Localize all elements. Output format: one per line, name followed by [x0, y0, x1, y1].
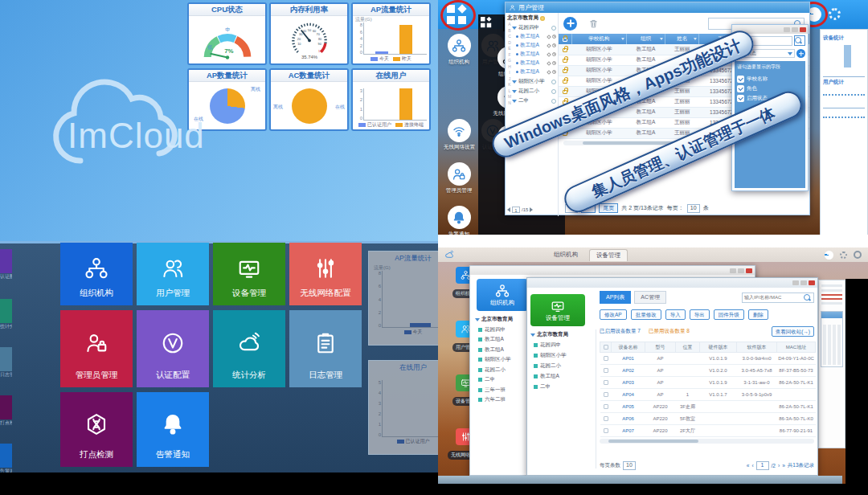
expand-icon[interactable] [551, 89, 556, 94]
table-row[interactable]: AP07AP2202F大厅86-77-90-21-91 [600, 425, 816, 437]
window-titlebar[interactable] [470, 266, 755, 275]
per-page-input[interactable]: 10 [623, 461, 636, 470]
page-input[interactable]: 1 [756, 461, 769, 470]
filter-icon[interactable] [694, 38, 697, 40]
close-button[interactable] [809, 280, 815, 285]
edit-icon[interactable] [547, 43, 551, 48]
tree-item[interactable]: 花园四中 [530, 342, 594, 349]
table-row[interactable]: AP04AP1V1.0.1.73-0-5-9-1p0x9 [600, 389, 816, 401]
minimize-button[interactable] [730, 268, 736, 273]
column-header[interactable]: MAC地址 [777, 342, 816, 353]
per-page-input[interactable]: 10 [687, 204, 700, 213]
tree-item[interactable]: 教工组A [512, 68, 556, 76]
tree-item[interactable]: 三年一班 [475, 387, 528, 394]
minimize-button[interactable] [784, 27, 790, 32]
tab-AC管理[interactable]: AC管理 [634, 291, 666, 304]
trash-icon[interactable] [588, 18, 599, 29]
add-filter-button[interactable] [796, 49, 805, 58]
tree-item[interactable]: 六年二班 [475, 396, 528, 403]
button-批量修改[interactable]: 批量修改 [631, 309, 661, 320]
org-root[interactable]: 北京市教育局 [507, 14, 556, 22]
tree-item[interactable]: 教工组A [512, 51, 556, 58]
disable-icon[interactable] [552, 43, 556, 47]
tile-用户管理[interactable]: 用户管理 [137, 243, 209, 305]
checkbox-cell[interactable] [600, 389, 612, 401]
maximize-button[interactable] [738, 268, 744, 273]
column-header[interactable]: 学校机构 [571, 34, 626, 44]
button-删除[interactable]: 删除 [748, 309, 768, 320]
window-titlebar[interactable] [527, 278, 817, 288]
tree-root[interactable]: 北京市教育局 [475, 316, 528, 323]
tree-item[interactable]: 朝阳区小学 [530, 352, 594, 359]
next-page-button[interactable]: › [778, 463, 780, 468]
desktop-icon-组织机构[interactable]: 组织机构 [444, 34, 474, 66]
gear-icon[interactable] [840, 252, 847, 259]
last-page-button[interactable]: 尾页 [599, 203, 618, 213]
tab-AP列表[interactable]: AP列表 [600, 291, 631, 304]
checkbox-cell[interactable] [600, 365, 612, 377]
table-row[interactable]: AP06AP2205F教室86-3A-50-7L-K0 [600, 413, 816, 425]
device-search[interactable] [742, 292, 814, 303]
tree-item[interactable]: 二中 [530, 383, 594, 391]
tree-item[interactable]: 花园二小 [530, 362, 594, 370]
tree-item[interactable]: 朝阳区小学 [475, 356, 528, 363]
cloud-app-icon[interactable] [444, 250, 454, 260]
desktop-icon-无线网络设置[interactable]: 无线网络设置 [444, 119, 474, 151]
checkbox-cell[interactable] [600, 353, 612, 365]
tile-管理员管理[interactable]: 管理员管理 [60, 310, 133, 387]
tree-item[interactable]: 教工组A [512, 42, 556, 49]
checkbox-checked-icon[interactable] [737, 95, 744, 102]
disable-icon[interactable] [552, 61, 556, 65]
tile-认证配置[interactable]: 认证配置 [137, 310, 209, 387]
expand-icon[interactable] [551, 80, 556, 84]
edit-icon[interactable] [547, 61, 551, 66]
tree-item[interactable]: 教工组A [512, 33, 556, 40]
tile-打点检测[interactable]: 打点检测 [60, 392, 133, 467]
field-checkbox-row[interactable]: 学校名称 [737, 76, 803, 83]
tile-无线网络配置[interactable]: 无线网络配置 [289, 243, 362, 305]
column-header[interactable]: 组织 [626, 34, 665, 44]
tile-统计分析[interactable]: 统计分析 [213, 310, 285, 387]
tree-root[interactable]: 北京市教育局 [530, 331, 594, 338]
gear-icon[interactable] [829, 8, 841, 20]
filter-icon[interactable] [660, 38, 663, 40]
close-button[interactable] [800, 27, 806, 32]
widget-card[interactable]: AC数量统计离线在线 [269, 68, 349, 131]
next-page-icon[interactable] [530, 207, 533, 212]
minimize-button[interactable] [792, 280, 799, 285]
search-icon[interactable] [804, 294, 811, 301]
column-header[interactable]: 软件版本 [737, 342, 777, 353]
column-header[interactable]: 位置 [676, 342, 700, 353]
desktop-icon-管理员管理[interactable]: 管理员管理 [444, 162, 474, 194]
tree-group[interactable]: 二中 [512, 97, 556, 104]
horizontal-scrollbar[interactable] [600, 439, 814, 444]
tree-group[interactable]: 朝阳区小学 [512, 78, 556, 85]
tile-组织机构[interactable]: 组织机构 [60, 243, 133, 305]
tree-item[interactable]: 教工组A [475, 336, 528, 343]
last-page-button[interactable]: » [782, 463, 785, 468]
expand-icon[interactable] [551, 26, 556, 31]
table-row[interactable]: AP03APV1.0.1.93-1-31-aw-086-2A-50-7L-K1 [600, 377, 816, 389]
button-修改AP[interactable]: 修改AP [600, 309, 627, 320]
search-button[interactable] [794, 35, 805, 46]
device-module-card[interactable]: 设备管理 [530, 294, 585, 326]
tile-日志管理[interactable]: 日志管理 [289, 310, 362, 387]
tree-item[interactable]: 二中 [475, 376, 528, 383]
table-row[interactable]: AP02APV1.0.2.03.0-45-A5-7x88F-37-B5-50-7… [600, 365, 816, 377]
close-button[interactable] [746, 268, 752, 273]
start-tiles-icon[interactable] [481, 17, 491, 27]
tree-group[interactable]: 花园四中 [512, 24, 556, 31]
tile-设备管理[interactable]: 设备管理 [213, 243, 285, 305]
edit-icon[interactable] [547, 35, 551, 39]
checkbox-cell[interactable] [600, 401, 612, 413]
tile-告警通知[interactable]: 告警通知 [137, 392, 209, 467]
button-固件升级[interactable]: 固件升级 [714, 309, 744, 320]
disable-icon[interactable] [552, 35, 556, 39]
add-user-button[interactable] [563, 17, 577, 31]
tree-item[interactable]: 花园二小 [475, 366, 528, 374]
edit-icon[interactable] [547, 52, 551, 57]
button-导出[interactable]: 导出 [690, 309, 710, 320]
tree-item[interactable]: 教工组A [475, 346, 528, 354]
maximize-button[interactable] [792, 27, 798, 32]
widget-card[interactable]: AP流量统计流量(G)86420今天昨天 [351, 2, 431, 65]
